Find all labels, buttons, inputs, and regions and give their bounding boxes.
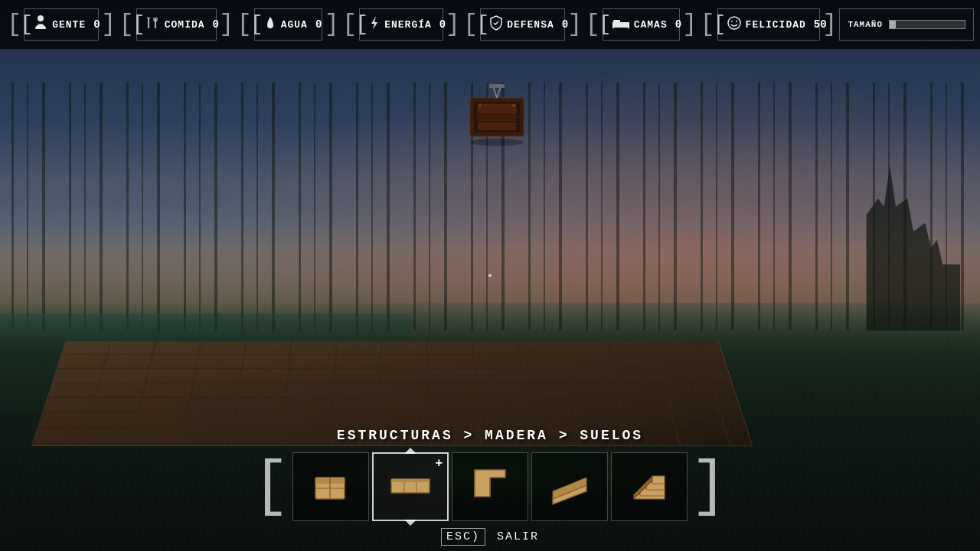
item-slot-2[interactable]: + (372, 452, 449, 521)
felicidad-label: FELICIDAD (746, 19, 806, 31)
tamano-bar-fill (890, 21, 896, 28)
item-slot-3[interactable] (452, 452, 528, 521)
bracket-right-energia: ] (446, 12, 460, 37)
esc-hint: ESC) SALIR (0, 530, 980, 543)
item-bar: [ + (0, 452, 980, 521)
camas-label: CAMAS (634, 19, 668, 31)
hud-stat-camas: CAMAS 0 (603, 8, 681, 41)
svg-point-24 (736, 21, 737, 22)
gente-value: 0 (93, 18, 100, 31)
svg-rect-2 (478, 104, 516, 113)
crosshair (488, 274, 492, 277)
agua-value: 0 (315, 18, 322, 31)
bracket-right-camas: ] (682, 12, 697, 37)
comida-label: COMIDA (165, 19, 205, 31)
svg-rect-3 (478, 115, 516, 121)
camas-value: 0 (675, 18, 681, 31)
hud-stat-felicidad: FELICIDAD 50 (717, 8, 821, 41)
svg-rect-19 (613, 20, 620, 24)
svg-line-7 (493, 86, 497, 98)
bracket-right-defensa: ] (567, 12, 582, 37)
item-icon-1 (308, 462, 354, 512)
bracket-right-comida: ] (219, 12, 234, 37)
hud-stat-energia: ENERGÍA 0 (359, 8, 443, 41)
svg-point-23 (731, 21, 733, 22)
hud-stat-gente: GENTE 0 (24, 8, 99, 41)
plus-badge: + (435, 457, 443, 471)
item-icon-2 (387, 462, 433, 512)
felicidad-value: 50 (814, 18, 827, 31)
hud-stat-comida: COMIDA 0 (136, 8, 217, 41)
defensa-value: 0 (562, 18, 568, 31)
svg-point-10 (470, 139, 524, 146)
hud-bar: [ GENTE 0 ] [ COMIDA 0 ] (0, 0, 980, 50)
svg-rect-12 (38, 24, 43, 25)
hud-tamano: TAMAÑO (839, 8, 974, 41)
defensa-label: DEFENSA (507, 19, 554, 31)
water-icon (264, 15, 276, 34)
svg-rect-41 (652, 476, 665, 484)
svg-rect-9 (489, 84, 505, 88)
item-slot-1[interactable] (292, 452, 369, 521)
food-icon (146, 16, 160, 34)
hud-stat-agua: AGUA 0 (254, 8, 322, 41)
svg-line-8 (497, 86, 501, 98)
bracket-right-gente: ] (101, 12, 116, 37)
bar-bracket-right: ] (691, 456, 727, 517)
tamano-label: TAMAÑO (848, 20, 883, 29)
item-slot-5[interactable] (611, 452, 688, 521)
tamano-bar (889, 20, 965, 29)
agua-label: AGUA (281, 19, 308, 31)
face-icon (727, 16, 741, 34)
hud-stat-defensa: DEFENSA 0 (480, 8, 565, 41)
flying-object (451, 83, 543, 152)
bottom-ui: ESTRUCTURAS > MADERA > SUELOS [ + (0, 428, 980, 551)
esc-key[interactable]: ESC) (441, 528, 485, 546)
breadcrumb: ESTRUCTURAS > MADERA > SUELOS (0, 428, 980, 443)
bed-icon (612, 17, 629, 33)
person-icon (34, 15, 47, 34)
energy-icon (369, 15, 380, 34)
item-icon-5 (626, 462, 672, 512)
esc-action: SALIR (497, 530, 539, 543)
svg-point-11 (38, 15, 44, 21)
svg-marker-17 (371, 16, 377, 30)
comida-value: 0 (213, 18, 219, 31)
shield-icon (490, 15, 502, 34)
svg-point-5 (479, 104, 482, 107)
svg-rect-4 (478, 122, 516, 130)
item-icon-3 (467, 462, 513, 512)
svg-point-22 (728, 17, 740, 29)
energia-value: 0 (439, 18, 446, 31)
item-icon-4 (547, 462, 593, 512)
svg-rect-32 (391, 479, 430, 482)
bar-bracket-left: [ (253, 456, 289, 517)
bracket-right-agua: ] (325, 12, 339, 37)
svg-point-6 (512, 104, 515, 107)
item-slot-4[interactable] (531, 452, 608, 521)
gente-label: GENTE (52, 19, 86, 31)
energia-label: ENERGÍA (384, 19, 432, 31)
